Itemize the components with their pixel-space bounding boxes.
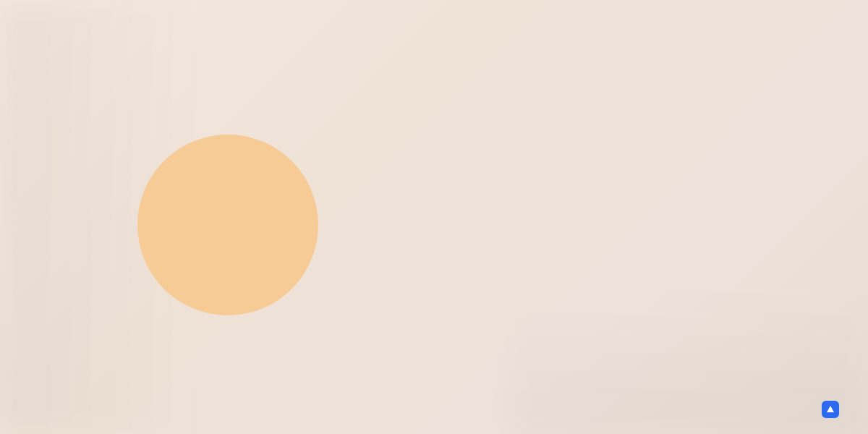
connector-lines	[0, 0, 868, 434]
brand-logo	[822, 401, 845, 418]
brand-mark-icon	[822, 401, 839, 418]
diagram-stage	[0, 0, 868, 434]
hub-circle	[137, 135, 318, 315]
